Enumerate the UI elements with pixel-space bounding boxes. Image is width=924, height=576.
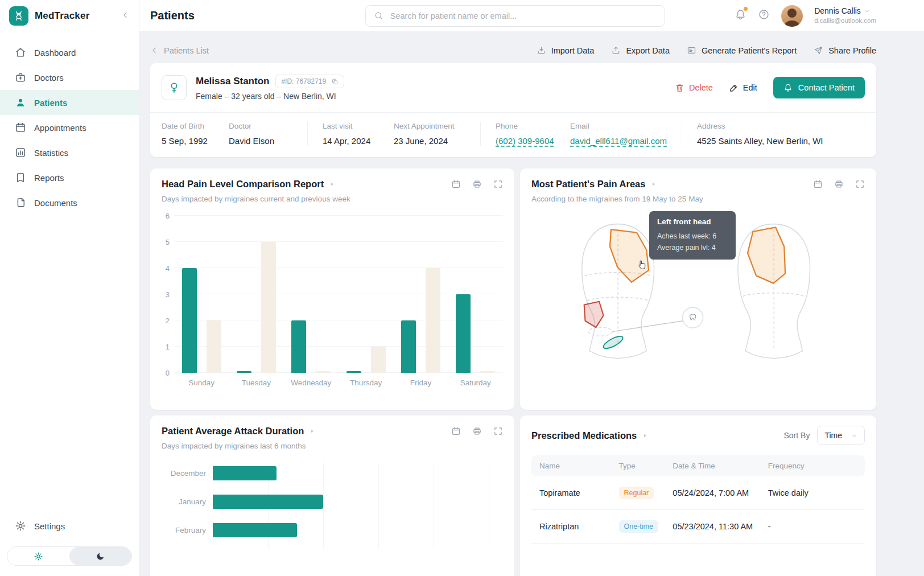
bar-previous-week[interactable]	[371, 347, 386, 373]
pain-area-tooltip: Left front head Aches last week: 6 Avera…	[649, 211, 736, 260]
field-value[interactable]: david_elll611@gmail.com	[570, 136, 671, 146]
user-menu[interactable]: Dennis Callis d.callis@outlook.com	[814, 7, 876, 24]
sidebar-item-doctors[interactable]: Doctors	[0, 65, 139, 90]
bar-current-week[interactable]	[182, 268, 197, 373]
sidebar-item-label: Reports	[34, 173, 64, 183]
field-value: David Elson	[229, 136, 297, 146]
sidebar-collapse-button[interactable]	[121, 11, 130, 22]
sidebar-item-label: Dashboard	[34, 48, 76, 57]
bar-current-week[interactable]	[401, 320, 416, 373]
search-input[interactable]	[389, 11, 657, 21]
hbar[interactable]	[213, 466, 277, 480]
sidebar-item-reports[interactable]: Reports	[0, 165, 139, 190]
bar-previous-week[interactable]	[207, 320, 221, 373]
contact-patient-button[interactable]: Contact Patient	[773, 77, 865, 98]
pain-level-plot	[174, 216, 503, 373]
bar-previous-week[interactable]	[426, 268, 440, 373]
breadcrumb: Patients List	[164, 46, 209, 55]
dark-mode-button[interactable]	[69, 547, 131, 565]
medications-table-header: NameTypeDate & TimeFrequency	[531, 455, 865, 476]
pain-areas-card: Most Patient's Pain Areas According to t…	[520, 168, 876, 410]
sidebar-item-documents[interactable]: Documents	[0, 190, 139, 215]
sidebar-item-settings[interactable]: Settings	[0, 513, 139, 538]
print-button[interactable]	[472, 179, 482, 189]
calendar-button[interactable]	[813, 179, 823, 189]
print-button[interactable]	[834, 179, 844, 189]
patient-field-date-of-birth: Date of Birth 5 Sep, 1992	[162, 122, 229, 146]
medtracker-logo-icon	[9, 6, 28, 26]
x-label: Wednesday	[284, 378, 339, 387]
field-value: 23 June, 2024	[394, 136, 470, 146]
bar-previous-week[interactable]	[261, 242, 276, 373]
bar-current-week[interactable]	[237, 371, 251, 373]
field-label: Date of Birth	[162, 122, 218, 130]
bar-group-friday	[393, 216, 448, 373]
sidebar: MedTracker DashboardDoctorsPatientsAppoi…	[0, 0, 139, 576]
calendar-button[interactable]	[451, 426, 461, 436]
bar-current-week[interactable]	[291, 320, 306, 373]
delete-button[interactable]: Delete	[675, 83, 713, 93]
share-profile-button[interactable]: Share Profile	[814, 46, 876, 55]
theme-toggle[interactable]	[7, 546, 132, 566]
bar-previous-week[interactable]	[480, 371, 495, 373]
sort-by-select[interactable]: Time	[817, 426, 865, 445]
bar-current-week[interactable]	[346, 371, 361, 373]
expand-button[interactable]	[493, 179, 503, 189]
bar-current-week[interactable]	[456, 294, 471, 373]
light-mode-button[interactable]	[7, 547, 69, 565]
attack-duration-chart: December January February	[162, 466, 503, 537]
avatar[interactable]	[781, 5, 803, 27]
pain-level-chart-card: Head Pain Level Comparison Report Days i…	[150, 168, 514, 410]
medication-type: Regular	[619, 487, 673, 499]
sidebar-item-appointments[interactable]: Appointments	[0, 115, 139, 140]
sidebar-nav: DashboardDoctorsPatientsAppointmentsStat…	[0, 32, 139, 513]
page-title: Patients	[150, 9, 195, 22]
copy-icon[interactable]	[331, 78, 339, 85]
back-to-patients-list[interactable]: Patients List	[150, 46, 209, 55]
medication-row-rizatriptan[interactable]: Rizatriptan One-time 05/23/2024, 11:30 A…	[531, 510, 865, 544]
y-tick: 5	[166, 238, 170, 246]
medication-row-topiramate[interactable]: Topiramate Regular 05/24/2024, 7:00 AM T…	[531, 476, 865, 510]
sidebar-item-dashboard[interactable]: Dashboard	[0, 40, 139, 65]
field-value[interactable]: (602) 309-9604	[496, 136, 560, 146]
medication-name: Rizatriptan	[539, 522, 619, 531]
import-data-button[interactable]: Import Data	[537, 46, 595, 55]
main-area: Patients Dennis Callis	[139, 0, 924, 576]
moon-icon	[96, 552, 105, 561]
expand-button[interactable]	[855, 179, 865, 189]
search-bar[interactable]	[365, 5, 665, 27]
print-button[interactable]	[472, 426, 482, 436]
pain-areas-diagram[interactable]: Left front head Aches last week: 6 Avera…	[531, 211, 865, 386]
y-tick: 4	[166, 264, 170, 273]
hbar[interactable]	[213, 523, 297, 537]
bar-group-wednesday	[284, 216, 339, 373]
pain-level-xlabels: SundayTuesdayWednesdayThursdayFridaySatu…	[174, 378, 503, 387]
bell-icon	[783, 83, 793, 92]
sidebar-item-label: Statistics	[34, 148, 68, 158]
tooth-marker[interactable]	[683, 307, 703, 328]
patient-identity: Melissa Stanton #ID: 76782719 Female – 3…	[196, 75, 344, 101]
sidebar-item-statistics[interactable]: Statistics	[0, 140, 139, 165]
hbar[interactable]	[213, 495, 323, 509]
female-icon	[168, 81, 180, 94]
expand-button[interactable]	[493, 426, 503, 436]
patient-field-email: Email david_elll611@gmail.com	[570, 122, 682, 146]
notifications-button[interactable]	[735, 9, 746, 23]
edit-button[interactable]: Edit	[729, 83, 757, 93]
charts-grid: Head Pain Level Comparison Report Days i…	[150, 168, 876, 576]
chart-subtitle: According to the migraines from 19 May t…	[531, 195, 865, 203]
medications-title: Prescribed Medications	[531, 430, 648, 441]
chart-subtitle: Days impacted by migraines last 6 months	[162, 442, 503, 450]
bar-previous-week[interactable]	[316, 371, 331, 373]
generate-patient-s-report-button[interactable]: Generate Patient's Report	[687, 46, 797, 55]
export-data-button[interactable]: Export Data	[611, 46, 670, 55]
bar-group-thursday	[339, 216, 393, 373]
field-label: Last visit	[323, 122, 383, 130]
calendar-button[interactable]	[451, 179, 461, 189]
x-label: Saturday	[448, 378, 503, 387]
patients-icon	[15, 97, 26, 108]
help-button[interactable]	[758, 9, 770, 23]
sidebar-item-patients[interactable]: Patients	[0, 90, 139, 115]
documents-icon	[15, 197, 26, 208]
patient-top: Melissa Stanton #ID: 76782719 Female – 3…	[150, 63, 876, 112]
